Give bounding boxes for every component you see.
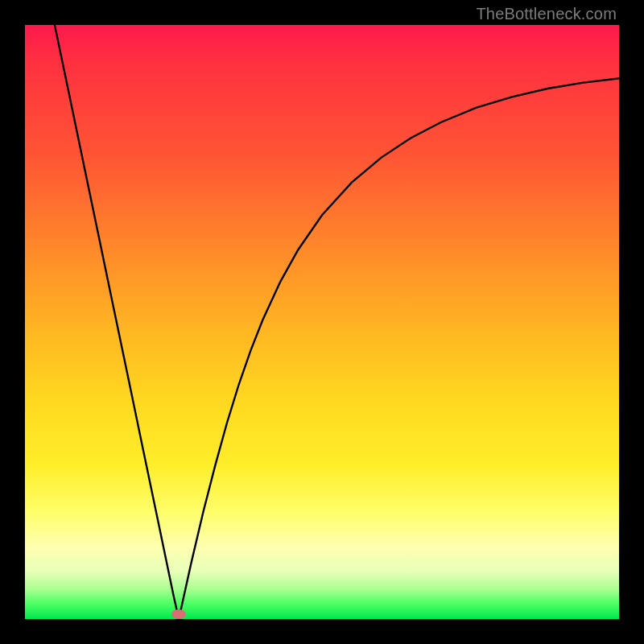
bottleneck-curve — [25, 25, 619, 619]
optimum-marker — [171, 609, 186, 619]
watermark-text: TheBottleneck.com — [476, 5, 617, 23]
chart-frame: TheBottleneck.com — [0, 0, 644, 644]
curve-path — [55, 25, 619, 619]
chart-plot-area — [25, 25, 619, 619]
